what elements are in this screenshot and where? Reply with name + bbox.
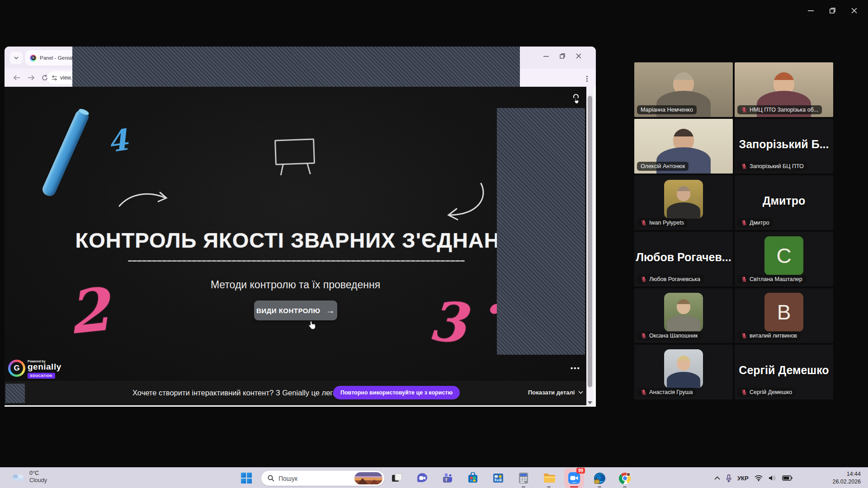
participant-name-label: Анастасія Груша [637, 388, 696, 397]
calculator-icon[interactable] [511, 468, 536, 488]
mic-muted-icon [741, 389, 747, 395]
shared-browser-window: G Panel - Genially [5, 47, 596, 407]
browser-minimize-button[interactable] [543, 53, 549, 59]
zoom-app-icon[interactable]: 99 zoom [561, 468, 587, 488]
participant-letter-avatar: B [764, 293, 803, 332]
forward-button[interactable] [25, 72, 37, 84]
chat-icon[interactable] [410, 468, 435, 488]
chalk-arrow-left [118, 187, 172, 209]
overlap-hatch-panel [497, 108, 585, 355]
taskbar: 0°C Cloudy Пошук T [0, 467, 868, 488]
chalk-number-3: 3 [426, 289, 468, 355]
participant-tile[interactable]: Анастасія Груша [634, 345, 733, 399]
apps-panel-icon[interactable] [486, 468, 511, 488]
overlap-hatch-top [72, 47, 520, 87]
genially-brand-text: genially [28, 363, 61, 371]
participant-tile[interactable]: Bвиталий литвинов [735, 288, 833, 343]
mic-muted-icon [741, 276, 747, 282]
mic-muted-icon [641, 333, 647, 339]
participant-name-label: виталий литвинов [737, 331, 801, 340]
weather-temp: 0°C [29, 469, 47, 477]
chrome-icon[interactable] [612, 468, 637, 488]
scrollbar-thumb[interactable] [588, 96, 592, 387]
wifi-icon[interactable] [755, 475, 763, 481]
genially-logo[interactable]: G Powered by genially EDUCATION [8, 360, 61, 379]
search-box[interactable]: Пошук [261, 471, 384, 486]
mic-muted-icon [641, 276, 647, 282]
education-badge: EDUCATION [28, 373, 55, 379]
app-window-controls [803, 5, 862, 16]
chrome-profile-avatar [627, 473, 630, 476]
app-minimize-button[interactable] [803, 5, 818, 16]
participant-name-label: НМЦ ПТО Запорізька об... [737, 105, 822, 114]
browser-scrollbar[interactable] [586, 87, 594, 405]
zoom-notification-badge: 99 [576, 468, 585, 474]
participant-tile[interactable]: Сергій ДемешкоСергій Демешко [735, 345, 833, 399]
cloud-icon [11, 472, 25, 482]
file-explorer-icon[interactable] [536, 468, 561, 488]
clock[interactable]: 14:44 26.02.2026 [832, 470, 861, 486]
zoom-running-indicator [570, 486, 578, 488]
overlap-hatch-square [5, 384, 25, 403]
participant-tile[interactable]: Олексій Антонюк [634, 119, 733, 174]
edge-work-badge [594, 479, 599, 483]
svg-text:T: T [445, 478, 448, 482]
banner-text: Хочете створити інтерактивний контент? З… [132, 389, 343, 397]
back-button[interactable] [11, 72, 23, 84]
teams-icon[interactable]: T [435, 468, 460, 488]
tray-time: 14:44 [832, 470, 861, 478]
chalk-underline [128, 260, 465, 262]
tray-expand-icon[interactable] [714, 476, 720, 480]
genially-bottom-banner: Хочете створити інтерактивний контент? З… [5, 381, 586, 405]
more-options-dots[interactable]: ••• [571, 364, 580, 372]
interactive-tap-icon [571, 94, 580, 104]
participant-tile[interactable]: CСвітлана Машталер [735, 232, 833, 286]
browser-restore-button[interactable] [560, 53, 565, 59]
search-highlight-thumbnail [354, 472, 382, 484]
microphone-in-use-icon[interactable] [726, 474, 731, 482]
chalk-number-4: 4 [105, 122, 130, 159]
reuse-template-button[interactable]: Повторно використовуйте це з користю [333, 386, 460, 399]
types-of-control-button[interactable]: ВИДИ КОНТРОЛЮ → [254, 300, 337, 320]
participant-tile[interactable]: Маріанна Немченко [634, 62, 733, 117]
participant-tile[interactable]: ДмитроДмитро [735, 175, 833, 230]
participant-tile[interactable]: НМЦ ПТО Запорізька об... [735, 62, 833, 117]
edge-icon[interactable] [587, 468, 612, 488]
app-close-button[interactable] [846, 5, 862, 16]
chalk-number-2: 2 [64, 275, 112, 348]
person-silhouette [677, 186, 690, 201]
participant-name-label: Олексій Антонюк [637, 162, 689, 171]
show-details-button[interactable]: Показати деталі [528, 389, 583, 396]
mouse-cursor [308, 321, 316, 330]
participant-name-label: Оксана Шапошник [637, 331, 701, 340]
genially-favicon: G [30, 55, 37, 61]
language-indicator[interactable]: УКР [737, 475, 749, 482]
participant-tile[interactable]: Любов Рогачев...Любов Рогачевська [634, 232, 733, 286]
mic-muted-icon [641, 220, 647, 226]
svg-text:zoom: zoom [572, 481, 577, 483]
participant-name-label: Дмитро [737, 218, 773, 227]
chalk-easel-sketch [274, 138, 315, 165]
participants-grid: Маріанна НемченкоНМЦ ПТО Запорізька об..… [634, 62, 833, 399]
system-tray: УКР [714, 468, 793, 488]
volume-icon[interactable] [769, 475, 776, 481]
participant-photo-avatar [664, 180, 703, 219]
microsoft-store-icon[interactable] [460, 468, 486, 488]
weather-widget[interactable]: 0°C Cloudy [11, 469, 47, 484]
start-button[interactable] [241, 473, 252, 484]
participant-tile[interactable]: Запорізький Б...Запорізький БЦ ПТО [735, 119, 833, 174]
extension-kebab-menu-icon[interactable] [583, 73, 590, 84]
tab-search-chevron-icon[interactable] [10, 52, 23, 64]
app-maximize-button[interactable] [825, 5, 840, 16]
battery-icon[interactable] [782, 475, 793, 481]
participant-name-label: Запорізький БЦ ПТО [737, 162, 807, 171]
zoom-meeting-window: G Panel - Genially [0, 0, 868, 488]
participant-tile[interactable]: Iwan Pylypets [634, 175, 733, 230]
scrollbar-down-arrow[interactable] [588, 401, 592, 404]
mic-muted-icon [741, 107, 747, 113]
browser-close-button[interactable] [576, 53, 581, 59]
participant-tile[interactable]: Оксана Шапошник [634, 288, 733, 343]
task-view-button[interactable] [384, 468, 410, 488]
site-settings-icon [52, 75, 57, 81]
participant-name-label: Маріанна Немченко [637, 105, 697, 114]
